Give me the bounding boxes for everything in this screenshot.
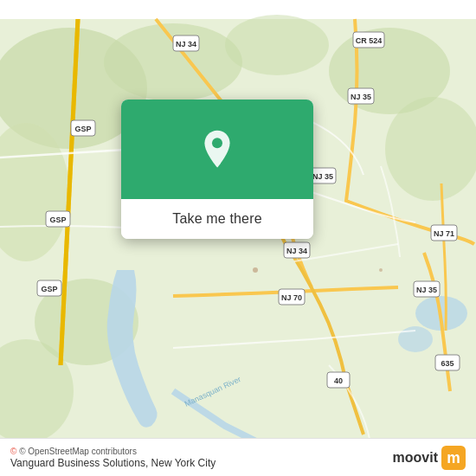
svg-text:NJ 35: NJ 35 [416,286,437,294]
svg-text:NJ 34: NJ 34 [176,40,196,48]
svg-text:GSP: GSP [74,125,91,133]
moovit-logo: moovit m [393,446,466,470]
svg-text:m: m [447,449,460,466]
map-container: NJ 34 CR 524 NJ 35 NJ 35 NJ 35 NJ 34 NJ … [0,0,476,476]
svg-point-40 [212,138,222,148]
svg-point-3 [225,15,329,75]
svg-text:NJ 34: NJ 34 [286,247,307,255]
take-me-there-button[interactable]: Take me there [121,199,313,239]
svg-text:GSP: GSP [49,215,66,224]
svg-text:CR 524: CR 524 [356,36,383,45]
svg-text:635: 635 [441,359,453,368]
svg-text:NJ 71: NJ 71 [434,229,454,238]
popup-green-area [121,100,313,199]
osm-credit-text: © OpenStreetMap contributors [19,447,137,456]
svg-point-38 [253,267,258,273]
osm-credit: © © OpenStreetMap contributors [10,447,215,456]
svg-point-5 [385,97,476,201]
bottom-bar: © © OpenStreetMap contributors Vanguard … [0,438,476,476]
svg-text:NJ 35: NJ 35 [351,93,371,101]
svg-text:40: 40 [334,376,343,385]
location-pin-icon [196,129,238,170]
moovit-text: moovit [393,450,438,466]
svg-point-10 [398,326,433,352]
popup-card: Take me there [121,100,313,239]
svg-text:GSP: GSP [41,285,57,293]
svg-point-39 [379,268,383,272]
svg-text:NJ 70: NJ 70 [281,293,302,302]
location-name: Vanguard Business Solutions, New York Ci… [10,457,215,469]
svg-point-2 [104,23,242,101]
svg-text:NJ 35: NJ 35 [312,172,333,181]
moovit-brand-icon: m [441,446,466,470]
